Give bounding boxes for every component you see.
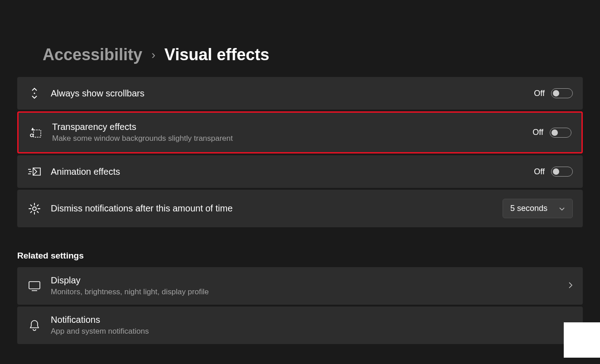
related-subtitle: App and system notifications [51, 327, 573, 336]
chevron-right-icon [568, 282, 573, 291]
animation-toggle[interactable] [551, 167, 573, 177]
setting-transparency: Transparency effects Make some window ba… [17, 111, 583, 153]
setting-control: Off [532, 128, 571, 138]
setting-text: Display Monitors, brightness, night ligh… [51, 275, 568, 297]
transparency-toggle[interactable] [550, 128, 571, 138]
setting-subtitle: Make some window backgrounds slightly tr… [52, 134, 532, 143]
svg-line-14 [37, 205, 39, 206]
svg-line-12 [37, 211, 39, 213]
setting-control: Off [534, 88, 573, 98]
display-icon [27, 279, 42, 293]
toggle-state-label: Off [532, 128, 543, 137]
setting-title: Animation effects [51, 167, 534, 177]
page-title: Visual effects [165, 45, 269, 64]
related-notifications-link[interactable]: Notifications App and system notificatio… [17, 307, 583, 344]
setting-title: Dismiss notifications after this amount … [51, 203, 503, 214]
setting-text: Always show scrollbars [51, 88, 534, 99]
related-title: Notifications [51, 315, 573, 325]
settings-page: Accessibility › Visual effects Always sh… [0, 0, 600, 344]
chevron-right-icon: › [151, 48, 155, 62]
svg-line-11 [31, 205, 32, 206]
related-settings-list: Display Monitors, brightness, night ligh… [17, 267, 583, 344]
bell-icon [27, 318, 42, 333]
svg-point-0 [34, 93, 35, 94]
setting-title: Transparency effects [52, 122, 532, 132]
corner-overlay [564, 322, 600, 358]
svg-line-13 [31, 211, 32, 213]
toggle-thumb [552, 129, 558, 136]
svg-point-2 [30, 134, 33, 137]
related-title: Display [51, 275, 568, 286]
setting-control: Off [534, 167, 573, 177]
setting-control: 5 seconds [503, 199, 573, 218]
svg-point-6 [33, 207, 36, 211]
toggle-state-label: Off [534, 89, 545, 98]
related-display-link[interactable]: Display Monitors, brightness, night ligh… [17, 267, 583, 305]
related-settings-heading: Related settings [17, 251, 583, 261]
toggle-thumb [553, 90, 559, 96]
breadcrumb: Accessibility › Visual effects [43, 45, 583, 64]
related-subtitle: Monitors, brightness, night light, displ… [51, 287, 568, 297]
toggle-state-label: Off [534, 167, 545, 177]
animation-icon [27, 164, 42, 179]
toggle-thumb [553, 168, 559, 175]
setting-text: Animation effects [51, 167, 534, 177]
svg-rect-15 [29, 282, 40, 289]
setting-dismiss-notifications: Dismiss notifications after this amount … [17, 190, 583, 227]
breadcrumb-parent-link[interactable]: Accessibility [43, 45, 142, 64]
brightness-icon [27, 201, 42, 216]
setting-animation: Animation effects Off [17, 155, 583, 188]
setting-scrollbars: Always show scrollbars Off [17, 77, 583, 110]
setting-text: Transparency effects Make some window ba… [52, 122, 532, 143]
setting-text: Dismiss notifications after this amount … [51, 203, 503, 214]
chevron-down-icon [559, 205, 565, 213]
scrollbars-toggle[interactable] [551, 88, 573, 98]
svg-rect-1 [34, 130, 41, 137]
scrollbar-icon [27, 86, 42, 101]
dropdown-value: 5 seconds [510, 204, 547, 213]
transparency-icon [29, 125, 43, 140]
dismiss-time-dropdown[interactable]: 5 seconds [503, 199, 573, 218]
setting-text: Notifications App and system notificatio… [51, 315, 573, 336]
setting-title: Always show scrollbars [51, 88, 534, 99]
settings-list: Always show scrollbars Off Transparency … [17, 77, 583, 227]
